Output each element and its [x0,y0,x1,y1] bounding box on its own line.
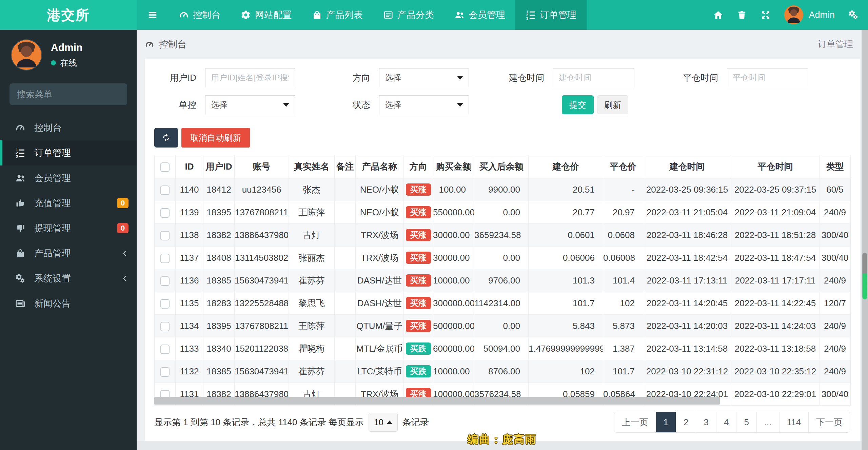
row-checkbox[interactable] [160,322,170,331]
close-time-input[interactable] [727,68,808,87]
direction-select[interactable]: 选择 [379,68,469,87]
cell-user_id: 18340 [203,337,235,360]
horizontal-scrollbar[interactable] [154,397,720,405]
status-label: 状态 [328,99,379,111]
row-checkbox[interactable] [160,208,170,218]
row-checkbox[interactable] [160,276,170,286]
table-row: 114018412uu123456张杰NEO/小蚁买涨100.009900.00… [155,178,851,201]
cell-account: 13114503802 [235,247,289,269]
thumbs-down-icon [15,223,34,233]
cell-product: QTUM/量子 [356,315,404,337]
breadcrumb-left[interactable]: 控制台 [145,38,186,51]
pagination-page-5[interactable]: 5 [736,412,756,432]
cell-open_price: 20.51 [529,178,603,201]
row-checkbox[interactable] [160,345,170,354]
cell-account: 15201122038 [235,337,289,360]
row-checkbox[interactable] [160,367,170,377]
status-select[interactable]: 选择 [379,95,469,114]
nav-item-product-list[interactable]: 产品列表 [302,0,373,30]
nav-item-order-management[interactable]: 订单管理 [515,0,587,30]
cell-buy_amount: 30000.00 [433,224,474,247]
menu-search-input[interactable] [17,89,131,100]
sidebar-item-recharge[interactable]: 充值管理0 [0,191,137,216]
brand-logo[interactable]: 港交所 [0,0,137,30]
sidebar-item-products[interactable]: 产品管理 [0,241,137,266]
newspaper-icon [15,298,34,309]
refresh-button[interactable]: 刷新 [597,95,628,114]
cell-real_name: 古灯 [289,224,335,247]
pagination-page-3[interactable]: 3 [696,412,716,432]
gear-icon [241,10,251,20]
select-all-checkbox[interactable] [160,162,170,172]
reload-button[interactable] [154,128,178,148]
user-name: Admin [51,42,82,53]
caret-down-icon [457,76,463,80]
user-menu[interactable]: Admin [784,5,835,24]
cell-buy_amount: 30000.00 [433,247,474,269]
cell-remark [335,292,356,315]
control-select[interactable]: 选择 [205,95,295,114]
list-alt-icon [383,10,393,20]
submit-button[interactable]: 提交 [562,95,594,114]
sidebar-item-news[interactable]: 新闻公告 [0,291,137,316]
pagination-prev[interactable]: 上一页 [614,412,656,432]
sidebar-item-withdraw[interactable]: 提现管理0 [0,216,137,241]
cell-direction: 买涨 [404,315,433,337]
trash-button[interactable] [737,10,747,20]
gauge-icon [179,10,189,20]
sidebar-item-orders[interactable]: 订单管理 [0,140,137,165]
settings-button[interactable] [848,10,859,20]
pagination-page-4[interactable]: 4 [716,412,736,432]
sidebar-item-members[interactable]: 会员管理 [0,165,137,191]
row-checkbox[interactable] [160,185,170,195]
nav-item-label: 控制台 [193,9,220,21]
col-header: 建仓时间 [643,155,731,178]
cell-open_time: 2022-03-11 18:46:28 [643,224,731,247]
breadcrumb-right: 订单管理 [818,38,853,50]
pagination-page-1[interactable]: 1 [656,412,676,432]
row-checkbox[interactable] [160,231,170,240]
gauge-icon [15,123,34,133]
open-time-label: 建仓时间 [502,72,553,84]
orders-table-wrap: ID 用户ID 账号 真实姓名 备注 产品名称 方向 购买金额 买入后余额 建仓… [154,155,850,406]
table-row: 11381838213886437980古灯TRX/波场买涨30000.0036… [155,224,851,247]
page-size-select[interactable]: 10 [369,413,398,432]
recharge-badge: 0 [117,198,129,208]
open-time-input[interactable] [553,68,634,87]
nav-item-site-config[interactable]: 网站配置 [231,0,302,30]
cell-open_time: 2022-03-10 22:31:12 [643,360,731,383]
sidebar-item-dashboard[interactable]: 控制台 [0,115,137,140]
breadcrumb: 控制台 订单管理 [137,30,868,59]
cancel-auto-refresh-button[interactable]: 取消自动刷新 [181,128,250,148]
cell-close_price: 0.06008 [603,247,643,269]
caret-up-icon [387,420,392,424]
nav-item-dashboard[interactable]: 控制台 [169,0,231,30]
sidebar-toggle-button[interactable] [137,0,169,30]
sidebar-item-settings[interactable]: 系统设置 [0,266,137,291]
home-button[interactable] [713,10,723,20]
direction-badge: 买跌 [406,365,431,377]
row-checkbox[interactable] [160,254,170,263]
nav-item-product-category[interactable]: 产品分类 [373,0,444,30]
cell-product: NEO/小蚁 [356,201,404,224]
users-icon [15,173,34,183]
order-table-body: 114018412uu123456张杰NEO/小蚁买涨100.009900.00… [155,178,851,406]
user-status: 在线 [51,57,82,69]
table-toolbar: 取消自动刷新 [154,128,850,148]
pagination-next[interactable]: 下一页 [808,412,850,432]
vertical-scrollbar-thumb[interactable] [862,253,867,299]
cell-type: 300/40 [820,224,851,247]
table-row: 11341839513767808211王陈萍QTUM/量子买涨500000.0… [155,315,851,337]
cell-balance_after: 9900.00 [474,178,529,201]
pagination-page-114[interactable]: 114 [779,412,808,432]
nav-item-member-management[interactable]: 会员管理 [444,0,515,30]
cell-account: 13886437980 [235,224,289,247]
fullscreen-button[interactable] [761,10,771,20]
vertical-scrollbar[interactable] [862,30,868,450]
row-checkbox[interactable] [160,299,170,309]
cell-type: 300/40 [820,383,851,406]
pagination-page-2[interactable]: 2 [676,412,696,432]
table-footer: 显示第 1 到第 10 条记录，总共 1140 条记录 每页显示 10 条记录 … [154,412,850,433]
user-id-input[interactable] [205,68,295,87]
cell-close_time: 2022-03-10 22:35:12 [731,360,820,383]
